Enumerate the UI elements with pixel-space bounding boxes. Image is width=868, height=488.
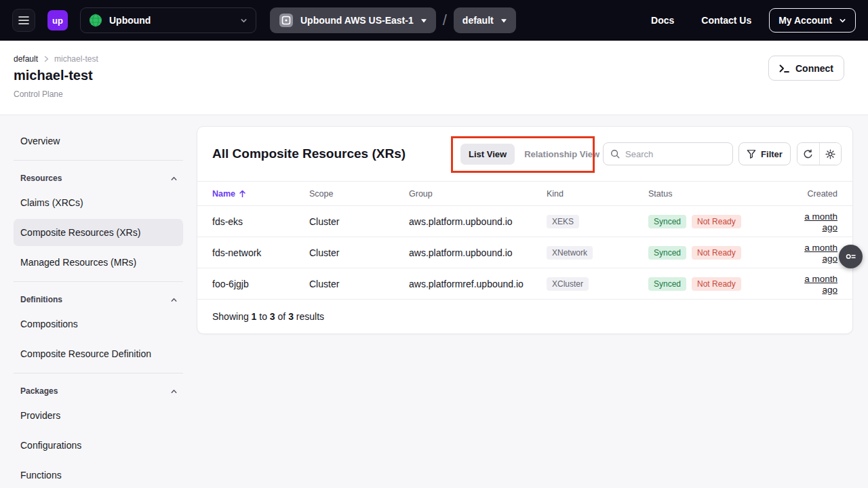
column-header-name[interactable]: Name <box>212 189 309 199</box>
sidebar-item-functions[interactable]: Functions <box>14 462 183 488</box>
cell-created: a month ago <box>787 273 837 295</box>
kind-badge: XCluster <box>547 277 589 291</box>
column-header-kind[interactable]: Kind <box>547 189 648 199</box>
created-link[interactable]: a month ago <box>804 211 837 232</box>
settings-button[interactable] <box>819 143 842 165</box>
sidebar-divider <box>14 281 183 282</box>
sidebar-divider <box>14 160 183 161</box>
page: { "topbar": { "logo": "up", "org": { "na… <box>0 0 868 488</box>
results-summary: Showing 1 to 3 of 3 results <box>197 300 852 333</box>
column-header-scope[interactable]: Scope <box>309 189 409 199</box>
sidebar: Overview Resources Claims (XRCs) Composi… <box>14 115 183 488</box>
breadcrumb: default michael-test <box>14 54 854 64</box>
page-subtitle: Control Plane <box>14 89 854 99</box>
sidebar-item-claims[interactable]: Claims (XRCs) <box>14 189 183 216</box>
hamburger-menu-button[interactable] <box>12 9 35 32</box>
cell-name: fds-eks <box>212 216 309 227</box>
section-packages-label: Packages <box>20 386 58 396</box>
table-row[interactable]: fds-eks Cluster aws.platform.upbound.io … <box>197 206 852 237</box>
page-header: default michael-test michael-test Contro… <box>0 41 868 115</box>
group-switcher-dropdown[interactable]: default <box>454 7 516 33</box>
chevron-down-icon <box>240 17 248 24</box>
column-name-label: Name <box>212 189 235 199</box>
cell-name: foo-6jgjb <box>212 279 309 289</box>
page-title: michael-test <box>14 68 854 83</box>
settings-icon <box>825 149 835 159</box>
list-view-tab[interactable]: List View <box>460 144 515 165</box>
contact-us-link[interactable]: Contact Us <box>701 15 751 26</box>
cell-name: fds-network <box>212 247 309 258</box>
connect-button[interactable]: Connect <box>768 56 844 81</box>
my-account-button[interactable]: My Account <box>769 8 856 33</box>
filter-button[interactable]: Filter <box>738 142 791 165</box>
summary-from: 1 <box>252 311 257 322</box>
summary-of-word: of <box>278 311 286 322</box>
cell-status: Synced Not Ready <box>648 215 787 228</box>
not-ready-badge: Not Ready <box>692 215 741 228</box>
sidebar-item-providers[interactable]: Providers <box>14 402 183 429</box>
kind-badge: XEKS <box>547 215 579 228</box>
cell-group: aws.platform.upbound.io <box>409 216 547 227</box>
summary-showing: Showing <box>212 311 249 322</box>
synced-badge: Synced <box>648 277 686 291</box>
connect-label: Connect <box>795 63 833 74</box>
sidebar-item-configurations[interactable]: Configurations <box>14 432 183 459</box>
search-input[interactable] <box>625 149 726 159</box>
triangle-down-icon <box>500 18 507 24</box>
chevron-up-icon <box>170 296 178 304</box>
breadcrumb-chevron-icon <box>43 56 50 62</box>
cell-scope: Cluster <box>309 216 409 227</box>
sidebar-item-compositions[interactable]: Compositions <box>14 310 183 338</box>
floating-widget-button[interactable] <box>839 245 863 268</box>
created-link[interactable]: a month ago <box>804 274 837 295</box>
created-link[interactable]: a month ago <box>804 243 837 264</box>
sidebar-section-resources[interactable]: Resources <box>14 170 183 186</box>
chevron-up-icon <box>170 388 178 395</box>
sidebar-section-packages[interactable]: Packages <box>14 383 183 399</box>
sidebar-item-managed-resources[interactable]: Managed Resources (MRs) <box>14 249 183 276</box>
synced-badge: Synced <box>648 246 686 260</box>
column-header-group[interactable]: Group <box>409 189 547 199</box>
not-ready-badge: Not Ready <box>692 277 741 291</box>
table-header-row: Name Scope Group Kind Status Created <box>197 181 852 206</box>
sidebar-item-composite-resources[interactable]: Composite Resources (XRs) <box>14 219 183 246</box>
path-separator: / <box>443 12 447 29</box>
breadcrumb-current: michael-test <box>54 54 98 64</box>
table-row[interactable]: foo-6jgjb Cluster aws.platformref.upboun… <box>197 268 852 300</box>
section-definitions-label: Definitions <box>20 295 62 304</box>
cell-kind: XCluster <box>547 277 648 291</box>
search-box <box>603 142 733 165</box>
column-header-created[interactable]: Created <box>787 189 837 199</box>
control-plane-switcher-dropdown[interactable]: Upbound AWS US-East-1 <box>270 7 436 33</box>
cell-kind: XNetwork <box>547 246 648 260</box>
sidebar-section-definitions[interactable]: Definitions <box>14 291 183 308</box>
breadcrumb-root[interactable]: default <box>14 54 38 64</box>
docs-link[interactable]: Docs <box>651 15 674 26</box>
cell-group: aws.platform.upbound.io <box>409 247 547 258</box>
control-plane-icon <box>279 13 294 28</box>
hamburger-icon <box>18 16 29 25</box>
refresh-button[interactable] <box>797 143 819 165</box>
cell-status: Synced Not Ready <box>648 277 787 291</box>
table-row[interactable]: fds-network Cluster aws.platform.upbound… <box>197 237 852 268</box>
sort-asc-icon <box>239 190 246 198</box>
summary-to-word: to <box>259 311 267 322</box>
kind-badge: XNetwork <box>547 246 593 260</box>
sidebar-divider <box>14 373 183 373</box>
cell-created: a month ago <box>787 242 837 264</box>
content-area: Overview Resources Claims (XRCs) Composi… <box>0 115 868 488</box>
cell-scope: Cluster <box>309 279 409 289</box>
sidebar-item-composite-resource-definition[interactable]: Composite Resource Definition <box>14 340 183 367</box>
card-title: All Composite Resources (XRs) <box>212 146 406 161</box>
org-switcher-dropdown[interactable]: Upbound <box>80 7 256 33</box>
synced-badge: Synced <box>648 215 686 228</box>
relationship-view-tab[interactable]: Relationship View <box>524 149 599 159</box>
control-plane-name-label: Upbound AWS US-East-1 <box>300 15 414 26</box>
cell-scope: Cluster <box>309 247 409 258</box>
not-ready-badge: Not Ready <box>692 246 741 260</box>
column-header-status[interactable]: Status <box>648 189 787 199</box>
my-account-label: My Account <box>778 15 832 26</box>
sidebar-item-overview[interactable]: Overview <box>14 127 183 155</box>
group-name-label: default <box>462 15 494 26</box>
upbound-logo[interactable]: up <box>47 10 68 30</box>
